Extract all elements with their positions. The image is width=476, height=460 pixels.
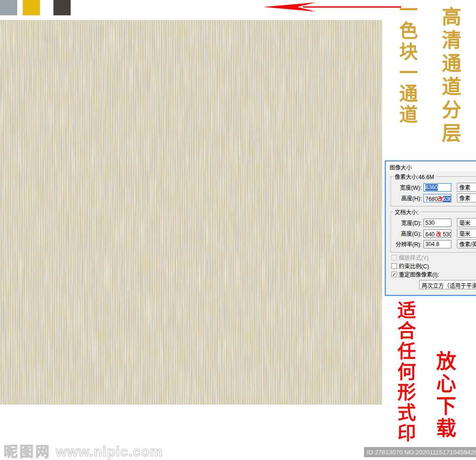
doc-width-input[interactable]: 530 bbox=[423, 219, 451, 227]
pixel-width-unit-dropdown[interactable]: 像素 ∨ bbox=[457, 183, 476, 192]
constrain-proportions-label: 约束比例(C) bbox=[399, 262, 429, 270]
doc-width-value: 530 bbox=[425, 220, 435, 226]
pixel-size-group-label: 像素大小:46.6M bbox=[393, 173, 436, 180]
fabric-texture-image bbox=[0, 20, 382, 405]
resolution-unit-dropdown[interactable]: 像素/英寸 bbox=[457, 240, 476, 248]
doc-height-value: 530 bbox=[441, 231, 451, 238]
doc-height-unit-dropdown[interactable]: 毫米 bbox=[457, 229, 476, 238]
document-size-group: 文档大小: 宽度(D): 530 毫米 高度(G): 640 改 530 毫米 … bbox=[390, 208, 476, 253]
doc-width-label: 宽度(D): bbox=[391, 219, 422, 227]
resample-method-dropdown[interactable]: 两次立方（适用于平滑渐变 bbox=[419, 280, 476, 289]
pixel-width-value: 6360 bbox=[425, 184, 438, 191]
color-swatch-gray bbox=[0, 0, 17, 15]
red-text-safe-download: 放心下载 bbox=[434, 351, 454, 440]
dialog-title: 图像大小 bbox=[386, 161, 476, 171]
doc-width-unit-dropdown[interactable]: 毫米 bbox=[457, 218, 476, 227]
doc-width-unit-value: 毫米 bbox=[459, 219, 470, 227]
red-left-arrow-icon bbox=[260, 1, 402, 14]
resolution-input[interactable]: 304.8 bbox=[423, 240, 451, 248]
pixel-height-value: 6360 bbox=[443, 196, 451, 202]
pixel-width-unit-value: 像素 bbox=[459, 183, 470, 191]
watermark-site-url: www.nipic.com bbox=[56, 444, 163, 459]
page: 高清通道分层 一色块一通道 图像大小 像素大小:46.6M 宽度(W): 636… bbox=[0, 0, 476, 460]
doc-height-row: 高度(G): 640 改 530 毫米 bbox=[391, 229, 476, 238]
resolution-value: 304.8 bbox=[425, 241, 439, 247]
resample-image-checkbox-row: ✓ 重定图像像素(I): bbox=[391, 271, 476, 278]
pixel-width-label: 宽度(W): bbox=[391, 183, 422, 191]
doc-width-row: 宽度(D): 530 毫米 bbox=[391, 218, 476, 227]
watermark-site-name: 昵图网 bbox=[4, 444, 51, 459]
pixel-size-group: 像素大小:46.6M 宽度(W): 6360 像素 ∨ 高度(H): 7680改… bbox=[390, 173, 476, 207]
pixel-height-label: 高度(H): bbox=[391, 194, 422, 202]
red-text-any-print-form: 适合任何形式印 bbox=[396, 300, 415, 444]
color-swatch-dark-brown bbox=[53, 0, 71, 15]
resample-image-label: 重定图像像素(I): bbox=[399, 270, 439, 278]
resolution-row: 分辨率(R): 304.8 像素/英寸 bbox=[391, 240, 476, 248]
pixel-height-edit-mark: 改 bbox=[438, 196, 443, 202]
pixel-height-old-value: 7680 bbox=[425, 196, 438, 202]
doc-height-edit-mark: 改 bbox=[436, 232, 441, 238]
pixel-height-input[interactable]: 7680改6360 bbox=[423, 194, 451, 202]
resolution-label: 分辨率(R): bbox=[389, 240, 422, 248]
doc-height-label: 高度(G): bbox=[391, 229, 422, 237]
pixel-height-unit-dropdown[interactable]: 像素 ∨ bbox=[457, 193, 476, 202]
doc-height-unit-value: 毫米 bbox=[459, 229, 470, 237]
gold-text-one-block-one-channel: 一色块一通道 bbox=[398, 0, 416, 126]
watermark: 昵图网www.nipic.com bbox=[4, 440, 163, 460]
image-size-dialog: 图像大小 像素大小:46.6M 宽度(W): 6360 像素 ∨ 高度(H): … bbox=[385, 160, 476, 296]
scale-styles-checkbox-row: 缩放样式(Y) bbox=[391, 254, 476, 261]
color-swatch-gold bbox=[23, 0, 40, 15]
pixel-height-row: 高度(H): 7680改6360 像素 ∨ bbox=[391, 193, 476, 202]
scale-styles-checkbox[interactable] bbox=[391, 255, 397, 260]
doc-height-input[interactable]: 640 改 530 bbox=[423, 229, 451, 238]
doc-height-old-value: 640 bbox=[425, 231, 436, 238]
pixel-width-row: 宽度(W): 6360 像素 ∨ bbox=[391, 183, 476, 192]
pixel-width-input[interactable]: 6360 bbox=[423, 183, 451, 192]
document-size-group-label: 文档大小: bbox=[393, 208, 420, 216]
image-id-bar: ID:27813070 NO:20201115171045942039 bbox=[364, 447, 476, 457]
resample-image-checkbox[interactable]: ✓ bbox=[391, 272, 397, 277]
scale-styles-label: 缩放样式(Y) bbox=[399, 253, 429, 261]
fabric-rib-overlay bbox=[0, 20, 382, 405]
constrain-proportions-checkbox-row: 约束比例(C) bbox=[391, 262, 476, 269]
gold-text-hd-channels: 高清通道分层 bbox=[440, 7, 459, 146]
resolution-unit-value: 像素/英寸 bbox=[459, 240, 476, 248]
pixel-height-unit-value: 像素 bbox=[459, 194, 470, 202]
constrain-proportions-checkbox[interactable] bbox=[391, 263, 397, 269]
